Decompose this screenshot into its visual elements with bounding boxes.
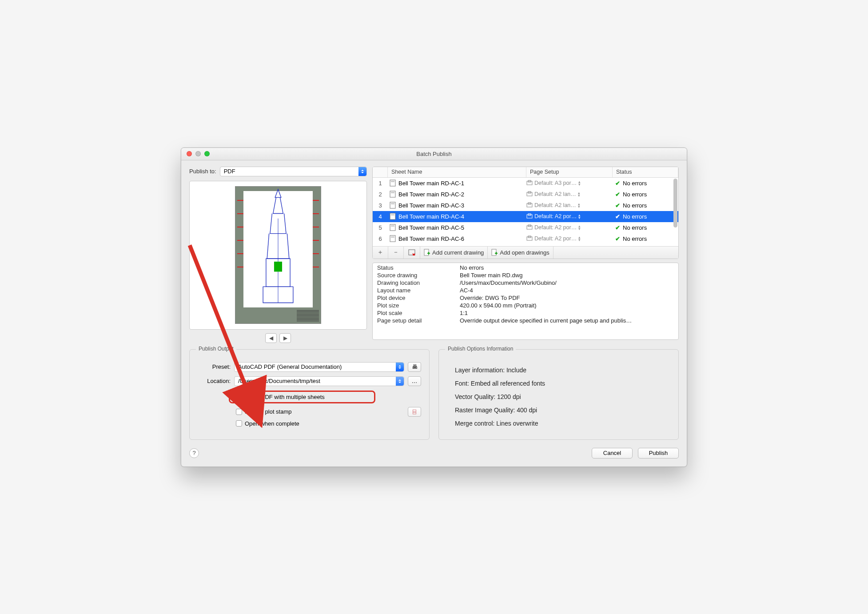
svg-rect-15 bbox=[391, 214, 394, 215]
add-current-drawing-button[interactable]: Add current drawing bbox=[420, 247, 488, 259]
open-complete-checkbox[interactable] bbox=[236, 420, 242, 427]
svg-rect-16 bbox=[527, 215, 532, 218]
prev-sheet-button[interactable]: ◀ bbox=[265, 333, 277, 343]
page-setup-icon bbox=[526, 202, 533, 208]
col-status[interactable]: Status bbox=[613, 167, 678, 177]
svg-rect-4 bbox=[527, 181, 532, 185]
chevron-updown-icon bbox=[358, 167, 366, 176]
annotation-highlight: Single PDF with multiple sheets bbox=[229, 391, 375, 403]
detail-value: 1:1 bbox=[460, 310, 674, 316]
svg-rect-33 bbox=[424, 249, 429, 255]
layout-icon bbox=[390, 235, 396, 242]
printer-icon: 🖶 bbox=[412, 363, 418, 370]
col-page-setup[interactable]: Page Setup bbox=[526, 167, 613, 177]
page-setup-icon bbox=[526, 191, 533, 197]
window-title: Batch Publish bbox=[181, 151, 687, 157]
detail-key: Plot scale bbox=[377, 310, 460, 316]
remove-drawing-button[interactable] bbox=[404, 247, 420, 259]
plot-stamp-label: Include plot stamp bbox=[245, 408, 292, 415]
detail-value: AC-4 bbox=[460, 287, 674, 294]
detail-value: Override output device specified in curr… bbox=[460, 317, 674, 324]
sheet-preview bbox=[189, 181, 367, 330]
svg-rect-24 bbox=[527, 237, 532, 240]
publish-options-title: Publish Options Information bbox=[445, 346, 516, 352]
help-button[interactable]: ? bbox=[189, 448, 199, 458]
table-row[interactable]: 4Bell Tower main RD-AC-4Default: A2 por…… bbox=[373, 211, 678, 222]
detail-value: Override: DWG To PDF bbox=[460, 295, 674, 301]
remove-sheet-button[interactable]: － bbox=[388, 247, 404, 259]
svg-rect-12 bbox=[527, 203, 532, 207]
check-icon: ✔ bbox=[615, 224, 620, 231]
batch-publish-window: Batch Publish Publish to: PDF bbox=[181, 148, 687, 467]
detail-key: Plot size bbox=[377, 302, 460, 309]
cancel-button[interactable]: Cancel bbox=[592, 448, 633, 459]
svg-rect-34 bbox=[492, 249, 496, 255]
svg-rect-19 bbox=[391, 225, 394, 227]
col-sheet-name[interactable]: Sheet Name bbox=[388, 167, 526, 177]
svg-rect-3 bbox=[391, 181, 394, 182]
add-open-drawings-button[interactable]: Add open drawings bbox=[488, 247, 553, 259]
scrollbar[interactable] bbox=[673, 179, 677, 227]
opt-raster: Raster Image Quality: 400 dpi bbox=[455, 407, 670, 414]
location-combo[interactable]: /Users/max/Documents/tmp/test bbox=[234, 376, 404, 386]
location-label: Location: bbox=[198, 378, 231, 384]
open-complete-label: Open when complete bbox=[245, 420, 299, 427]
svg-rect-7 bbox=[391, 192, 394, 193]
single-pdf-checkbox[interactable] bbox=[235, 394, 241, 400]
chevron-updown-icon bbox=[396, 363, 404, 371]
print-settings-button[interactable]: 🖶 bbox=[408, 362, 421, 372]
page-setup-icon bbox=[526, 224, 533, 231]
table-row[interactable]: 7Bell Tower main RD-AC-7Default: A2 por…… bbox=[373, 244, 678, 246]
check-icon: ✔ bbox=[615, 202, 620, 209]
layout-icon bbox=[390, 224, 396, 231]
add-sheet-button[interactable]: ＋ bbox=[373, 247, 388, 259]
opt-merge: Merge control: Lines overwrite bbox=[455, 420, 670, 427]
preset-select[interactable]: AutoCAD PDF (General Documentation) bbox=[234, 362, 404, 372]
page-setup-icon bbox=[526, 235, 533, 242]
table-row[interactable]: 3Bell Tower main RD-AC-3Default: A2 lan…… bbox=[373, 200, 678, 211]
preview-thumbnail bbox=[235, 186, 321, 324]
check-icon: ✔ bbox=[615, 213, 620, 220]
svg-rect-8 bbox=[527, 192, 532, 196]
detail-key: Status bbox=[377, 264, 460, 271]
publish-to-value: PDF bbox=[224, 168, 235, 175]
layout-icon bbox=[390, 191, 396, 198]
location-value: /Users/max/Documents/tmp/test bbox=[238, 378, 320, 384]
next-sheet-button[interactable]: ▶ bbox=[279, 333, 291, 343]
add-current-label: Add current drawing bbox=[432, 249, 484, 256]
detail-key: Layout name bbox=[377, 287, 460, 294]
plot-stamp-checkbox[interactable] bbox=[236, 409, 242, 415]
titlebar: Batch Publish bbox=[181, 148, 687, 160]
layout-icon bbox=[390, 213, 396, 220]
browse-location-button[interactable]: … bbox=[408, 376, 421, 386]
svg-rect-20 bbox=[527, 226, 532, 229]
check-icon: ✔ bbox=[615, 235, 620, 242]
stamp-icon: ⌸ bbox=[413, 408, 416, 415]
publish-to-select[interactable]: PDF bbox=[220, 167, 367, 176]
table-row[interactable]: 6Bell Tower main RD-AC-6Default: A2 por…… bbox=[373, 233, 678, 244]
publish-output-title: Publish Output bbox=[196, 346, 236, 352]
page-setup-icon bbox=[526, 213, 533, 219]
publish-to-label: Publish to: bbox=[189, 168, 216, 175]
detail-key: Drawing location bbox=[377, 279, 460, 286]
detail-key: Source drawing bbox=[377, 272, 460, 279]
sheet-list: Sheet Name Page Setup Status 1Bell Tower… bbox=[372, 167, 679, 259]
detail-value: /Users/max/Documents/Work/Gubino/ bbox=[460, 279, 674, 286]
single-pdf-label: Single PDF with multiple sheets bbox=[243, 394, 325, 400]
publish-options-group: Publish Options Information Layer inform… bbox=[438, 349, 679, 440]
table-row[interactable]: 2Bell Tower main RD-AC-2Default: A2 lan…… bbox=[373, 189, 678, 200]
svg-rect-11 bbox=[391, 203, 394, 204]
page-setup-icon bbox=[526, 180, 533, 186]
table-row[interactable]: 1Bell Tower main RD-AC-1Default: A3 por…… bbox=[373, 178, 678, 189]
svg-rect-23 bbox=[391, 236, 394, 238]
chevron-down-icon bbox=[396, 377, 404, 386]
table-row[interactable]: 5Bell Tower main RD-AC-5Default: A2 por…… bbox=[373, 222, 678, 233]
publish-output-group: Publish Output Preset: AutoCAD PDF (Gene… bbox=[189, 349, 430, 440]
publish-button[interactable]: Publish bbox=[638, 448, 679, 459]
preset-value: AutoCAD PDF (General Documentation) bbox=[238, 363, 342, 370]
layout-icon bbox=[390, 179, 396, 187]
plot-stamp-settings-button[interactable]: ⌸ bbox=[408, 407, 421, 417]
opt-font: Font: Embed all referenced fonts bbox=[455, 380, 670, 387]
detail-key: Page setup detail bbox=[377, 317, 460, 324]
add-open-label: Add open drawings bbox=[500, 249, 549, 256]
